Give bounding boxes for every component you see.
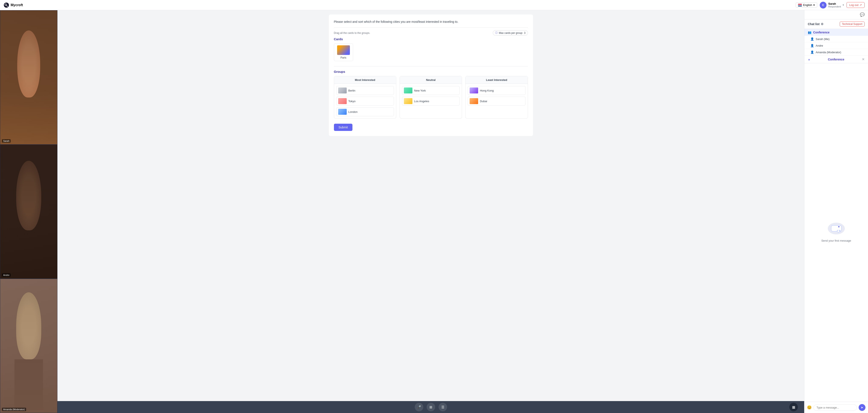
- emoji-button[interactable]: 😊: [807, 405, 812, 410]
- user-role: Respondent: [828, 5, 841, 8]
- city-image-losangeles: [404, 98, 412, 104]
- group-header-neutral: Neutral: [400, 76, 462, 84]
- chevron-down-icon: ▾: [813, 3, 815, 7]
- conference-chat-header: ▲ Conference ✕: [804, 56, 868, 63]
- language-selector[interactable]: English ▾: [796, 2, 817, 8]
- logout-button[interactable]: Log out ↗: [846, 2, 865, 8]
- menu-button[interactable]: ☰: [439, 403, 447, 411]
- conference-icon: 👥: [808, 31, 811, 34]
- conference-chat-title: Conference: [828, 58, 844, 61]
- city-image-hongkong: [470, 88, 478, 93]
- city-label-newyork: New York: [414, 89, 426, 92]
- app-logo: Mycroft: [3, 2, 23, 8]
- instruction-bar: Drag all the cards to the groups. ⓘ Max …: [334, 30, 528, 35]
- city-image-berlin: [338, 88, 347, 93]
- center-content: Please select and sort which of the foll…: [57, 10, 804, 413]
- message-input[interactable]: [813, 405, 857, 411]
- grid-button[interactable]: ▦: [789, 403, 798, 411]
- chevron-up-icon[interactable]: ▲: [808, 58, 810, 61]
- member-icon-amanda: 👤: [810, 51, 814, 54]
- bottom-toolbar: 🎤 ⊞ ☰ ▦: [57, 401, 804, 413]
- chat-bottom: 😊 ➤: [804, 402, 868, 413]
- member-icon-andre: 👤: [810, 44, 814, 47]
- member-name-amanda: Amanda (Moderator): [816, 51, 841, 54]
- chat-icon[interactable]: 💬: [860, 12, 865, 17]
- groups-area: Most Interested Berlin Tokyo: [334, 76, 528, 119]
- group-items-most-interested[interactable]: Berlin Tokyo London: [334, 84, 396, 118]
- dot-indicator: [838, 226, 839, 227]
- group-items-least-interested[interactable]: Hong Kong Dubai: [466, 84, 527, 118]
- activity-card: Please select and sort which of the foll…: [329, 14, 533, 136]
- city-image-dubai: [470, 98, 478, 104]
- city-label-london: London: [348, 110, 358, 114]
- send-button[interactable]: ➤: [859, 404, 865, 411]
- activity-question: Please select and sort which of the foll…: [334, 20, 528, 24]
- nav-right: English ▾ C Sarah Respondent ▾ Log out ↗: [796, 2, 865, 8]
- chevron-down-icon[interactable]: ▾: [843, 4, 844, 6]
- city-image-newyork: [404, 88, 412, 93]
- member-andre: 👤 Andre: [804, 42, 868, 49]
- chat-header: Chat list ⚙ Technical Support: [804, 19, 868, 29]
- flag-icon: [798, 4, 802, 6]
- group-item-losangeles[interactable]: Los Angeles: [402, 97, 460, 106]
- group-item-london[interactable]: London: [336, 107, 394, 116]
- language-label: English: [803, 3, 812, 7]
- app-name: Mycroft: [11, 3, 23, 7]
- member-name-sarah: Sarah (Me): [816, 37, 830, 41]
- video-tile-andre: Andre: [0, 145, 57, 279]
- group-least-interested: Least Interested Hong Kong Dubai: [465, 76, 528, 119]
- submit-button[interactable]: Submit: [334, 124, 353, 131]
- member-name-andre: Andre: [816, 44, 823, 47]
- group-neutral: Neutral New York Los Angeles: [400, 76, 462, 119]
- city-label-hongkong: Hong Kong: [480, 89, 494, 92]
- user-text: Sarah Respondent: [828, 2, 841, 8]
- city-label-losangeles: Los Angeles: [414, 100, 429, 103]
- group-items-neutral[interactable]: New York Los Angeles: [400, 84, 462, 118]
- video-panel: Sarah Andre Amanda (Moderator): [0, 10, 57, 413]
- chat-top-area: 💬: [804, 10, 868, 19]
- chat-list-label: Chat list ⚙: [808, 22, 824, 26]
- group-item-dubai[interactable]: Dubai: [468, 97, 525, 106]
- group-item-tokyo[interactable]: Tokyo: [336, 97, 394, 106]
- group-header-most-interested: Most Interested: [334, 76, 396, 84]
- city-label-tokyo: Tokyo: [348, 100, 355, 103]
- chat-panel: 💬 Chat list ⚙ Technical Support 👥 Confer…: [804, 10, 868, 413]
- expand-button[interactable]: ⊞: [427, 403, 435, 411]
- instruction-text: Drag all the cards to the groups.: [334, 31, 370, 34]
- city-image-tokyo: [338, 98, 347, 104]
- mic-button[interactable]: 🎤: [415, 403, 423, 411]
- info-icon: ⓘ: [495, 31, 498, 35]
- cards-section-title: Cards: [334, 37, 528, 41]
- video-label-amanda: Amanda (Moderator): [2, 408, 26, 411]
- group-header-least-interested: Least Interested: [466, 76, 527, 84]
- member-icon-sarah: 👤: [810, 37, 814, 41]
- user-info: C Sarah Respondent ▾: [820, 2, 844, 8]
- video-tile-amanda: Amanda (Moderator): [0, 279, 57, 413]
- max-cards-label: Max cards per group:: [499, 31, 523, 34]
- group-item-hongkong[interactable]: Hong Kong: [468, 86, 525, 95]
- send-first-message-label: Send your first message: [821, 239, 851, 242]
- conference-label: Conference: [813, 31, 830, 34]
- group-item-berlin[interactable]: Berlin: [336, 86, 394, 95]
- city-image-paris: [337, 45, 350, 55]
- video-tile-sarah: Sarah: [0, 10, 57, 145]
- top-navigation: Mycroft English ▾ C Sarah Respondent ▾ L…: [0, 0, 868, 10]
- max-cards-value: 3: [524, 31, 526, 34]
- video-label-sarah: Sarah: [2, 139, 11, 143]
- message-bubble-icon: [831, 225, 842, 232]
- group-item-newyork[interactable]: New York: [402, 86, 460, 95]
- main-layout: Sarah Andre Amanda (Moderator) Please se…: [0, 10, 868, 413]
- logout-icon: ↗: [860, 3, 862, 7]
- groups-section-title: Groups: [334, 70, 528, 73]
- conference-section[interactable]: 👥 Conference: [804, 29, 868, 36]
- gear-icon[interactable]: ⚙: [821, 22, 824, 26]
- tech-support-button[interactable]: Technical Support: [840, 22, 865, 27]
- user-name: Sarah: [828, 2, 841, 5]
- close-icon[interactable]: ✕: [862, 57, 865, 61]
- city-label-dubai: Dubai: [480, 100, 487, 103]
- city-card-paris[interactable]: Paris: [334, 43, 353, 61]
- chat-messages-area: Send your first message: [804, 63, 868, 402]
- cards-area[interactable]: Paris: [334, 43, 528, 61]
- send-first-message-illustration: [828, 223, 845, 234]
- group-most-interested: Most Interested Berlin Tokyo: [334, 76, 396, 119]
